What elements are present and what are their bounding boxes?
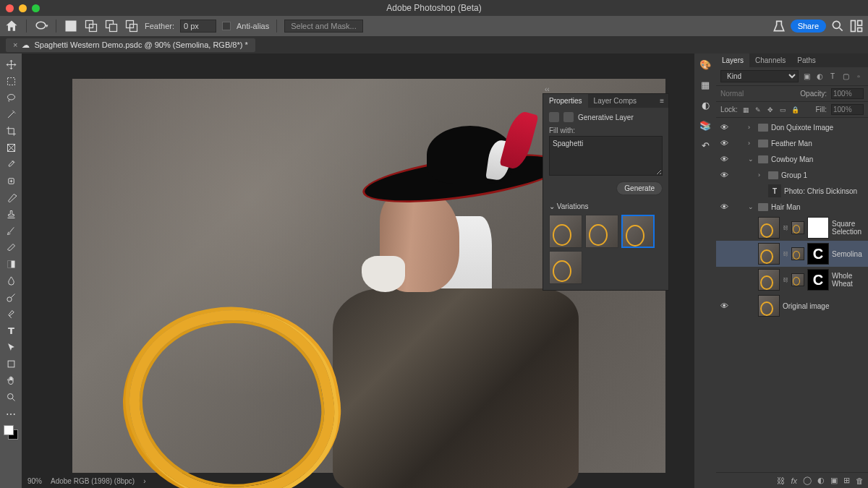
history-panel-icon[interactable]: ↶ bbox=[699, 139, 712, 152]
new-group-icon[interactable]: ▣ bbox=[830, 476, 838, 485]
zoom-level[interactable]: 90% bbox=[27, 477, 42, 485]
layer-row[interactable]: ⛓CSemolina bbox=[716, 241, 868, 267]
workspace-icon[interactable] bbox=[849, 19, 864, 33]
layer-name[interactable]: Don Quixote Image bbox=[771, 124, 865, 132]
opacity-input[interactable] bbox=[831, 88, 864, 99]
lock-artboard-icon[interactable]: ▭ bbox=[779, 106, 787, 114]
libraries-panel-icon[interactable]: 📚 bbox=[699, 119, 712, 132]
color-panel-icon[interactable]: 🎨 bbox=[699, 58, 712, 71]
maximize-window[interactable] bbox=[32, 4, 40, 12]
link-icon[interactable]: ⛓ bbox=[783, 225, 788, 231]
gradient-tool[interactable] bbox=[2, 256, 20, 273]
visibility-toggle[interactable]: 👁 bbox=[719, 155, 729, 163]
close-tab-icon[interactable]: × bbox=[13, 40, 17, 49]
minimize-window[interactable] bbox=[19, 4, 27, 12]
hand-tool[interactable] bbox=[2, 372, 20, 389]
layer-thumbnail[interactable] bbox=[758, 217, 780, 239]
layer-name[interactable]: Hair Man bbox=[771, 203, 865, 211]
layer-thumbnail[interactable] bbox=[758, 295, 780, 317]
frame-tool[interactable] bbox=[2, 140, 20, 156]
zoom-tool[interactable] bbox=[2, 389, 20, 406]
tab-properties[interactable]: Properties bbox=[543, 94, 588, 108]
layer-name[interactable]: Square Selection bbox=[832, 220, 865, 236]
cloud-docs-icon[interactable] bbox=[772, 19, 786, 33]
layer-mask[interactable]: C bbox=[807, 243, 829, 265]
type-tool[interactable] bbox=[2, 322, 20, 339]
path-select-tool[interactable] bbox=[2, 339, 20, 356]
blend-mode-select[interactable]: Normal bbox=[720, 90, 796, 98]
tab-layers[interactable]: Layers bbox=[716, 53, 749, 67]
lock-position-icon[interactable]: ✥ bbox=[767, 106, 775, 114]
filter-shape-icon[interactable]: ▢ bbox=[841, 72, 851, 82]
document-tab[interactable]: × ☁ Spaghetti Western Demo.psdc @ 90% (S… bbox=[6, 38, 255, 52]
layer-name[interactable]: Original image bbox=[783, 302, 865, 310]
new-layer-icon[interactable]: ⊞ bbox=[843, 476, 850, 485]
filter-adjust-icon[interactable]: ◐ bbox=[814, 72, 825, 82]
fill-input[interactable] bbox=[831, 104, 864, 115]
layer-fx-icon[interactable]: fx bbox=[791, 476, 797, 485]
link-icon[interactable]: ⛓ bbox=[783, 251, 788, 257]
share-button[interactable]: Share bbox=[791, 20, 826, 33]
edit-toolbar[interactable]: ⋯ bbox=[2, 406, 20, 422]
layer-row[interactable]: TPhoto: Chris Dickinson bbox=[716, 183, 868, 199]
eraser-tool[interactable] bbox=[2, 239, 20, 256]
new-fill-icon[interactable]: ◐ bbox=[817, 476, 825, 485]
color-swatches[interactable] bbox=[4, 425, 18, 440]
expand-chevron-icon[interactable]: › bbox=[748, 124, 755, 131]
layer-name[interactable]: Group 1 bbox=[781, 171, 865, 179]
add-mask-icon[interactable]: ◯ bbox=[803, 476, 812, 485]
visibility-toggle[interactable]: 👁 bbox=[719, 202, 729, 211]
delete-layer-icon[interactable]: 🗑 bbox=[856, 476, 864, 485]
prompt-input[interactable] bbox=[549, 136, 663, 176]
layer-thumbnail[interactable] bbox=[758, 269, 780, 291]
panel-menu-icon[interactable]: ≡ bbox=[655, 94, 668, 108]
filter-type-icon[interactable]: T bbox=[827, 72, 838, 82]
selection-new-icon[interactable] bbox=[64, 19, 78, 33]
lasso-tool[interactable] bbox=[2, 90, 20, 106]
brush-tool[interactable] bbox=[2, 189, 20, 206]
expand-chevron-icon[interactable]: › bbox=[748, 140, 755, 147]
layer-row[interactable]: 👁›Don Quixote Image bbox=[716, 119, 868, 135]
filter-pixel-icon[interactable]: ▣ bbox=[801, 72, 812, 82]
home-icon[interactable] bbox=[4, 19, 19, 33]
layer-row[interactable]: 👁›Group 1 bbox=[716, 167, 868, 183]
crop-tool[interactable] bbox=[2, 123, 20, 140]
expand-chevron-icon[interactable]: ⌄ bbox=[748, 203, 755, 210]
move-tool[interactable] bbox=[2, 56, 20, 73]
expand-chevron-icon[interactable]: › bbox=[758, 171, 765, 179]
variations-header[interactable]: ⌄ Variations bbox=[549, 200, 663, 213]
layer-mask[interactable] bbox=[807, 217, 829, 239]
variation-1[interactable] bbox=[549, 215, 582, 248]
feather-input[interactable] bbox=[180, 20, 216, 33]
close-window[interactable] bbox=[6, 4, 14, 12]
marquee-tool[interactable] bbox=[2, 73, 20, 90]
layer-name[interactable]: Feather Man bbox=[771, 140, 865, 147]
layer-name[interactable]: Photo: Chris Dickinson bbox=[784, 187, 865, 195]
variation-2[interactable] bbox=[585, 215, 618, 248]
selection-add-icon[interactable] bbox=[84, 19, 98, 33]
layer-row[interactable]: ⛓CWhole Wheat bbox=[716, 267, 868, 293]
status-chevron-icon[interactable]: › bbox=[143, 477, 145, 485]
layer-name[interactable]: Whole Wheat bbox=[832, 272, 865, 288]
eyedropper-tool[interactable] bbox=[2, 156, 20, 173]
selection-subtract-icon[interactable] bbox=[104, 19, 119, 33]
swatches-panel-icon[interactable]: ▦ bbox=[699, 78, 712, 91]
filter-kind-select[interactable]: Kind bbox=[720, 70, 799, 82]
lock-transparency-icon[interactable]: ▦ bbox=[742, 106, 750, 114]
adjustments-panel-icon[interactable]: ◐ bbox=[699, 98, 712, 111]
lock-paint-icon[interactable]: ✎ bbox=[754, 106, 762, 114]
layer-name[interactable]: Semolina bbox=[832, 250, 865, 258]
link-layers-icon[interactable]: ⛓ bbox=[777, 476, 785, 485]
selection-intersect-icon[interactable] bbox=[124, 19, 139, 33]
variation-3[interactable] bbox=[621, 215, 655, 248]
layer-row[interactable]: 👁⌄Cowboy Man bbox=[716, 151, 868, 167]
canvas-area[interactable]: 90% Adobe RGB (1998) (8bpc) › ‹‹ Propert… bbox=[22, 53, 694, 488]
lasso-tool-icon[interactable]: ▾ bbox=[34, 19, 48, 33]
smart-thumbnail[interactable] bbox=[791, 247, 804, 260]
filter-smart-icon[interactable]: ▫ bbox=[854, 72, 864, 82]
color-profile[interactable]: Adobe RGB (1998) (8bpc) bbox=[51, 477, 135, 485]
layer-mask[interactable]: C bbox=[807, 269, 829, 291]
smart-thumbnail[interactable] bbox=[791, 273, 804, 286]
smart-thumbnail[interactable] bbox=[791, 221, 804, 234]
layer-row[interactable]: 👁⌄Hair Man bbox=[716, 199, 868, 215]
